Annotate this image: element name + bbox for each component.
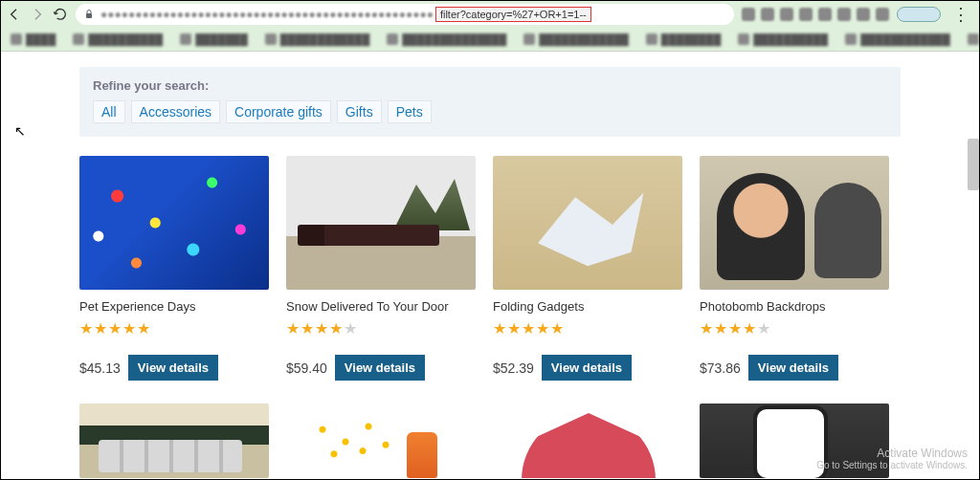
scrollbar-thumb[interactable] (968, 139, 979, 190)
star-filled-icon: ★ (108, 319, 122, 338)
svg-rect-0 (86, 13, 92, 18)
star-filled-icon: ★ (329, 319, 343, 338)
profile-pill[interactable] (897, 7, 941, 22)
star-filled-icon: ★ (301, 319, 314, 338)
forward-button[interactable] (30, 7, 45, 22)
star-filled-icon: ★ (728, 319, 742, 338)
view-details-button[interactable]: View details (335, 355, 425, 381)
product-price: $52.39 (493, 360, 534, 376)
url-obscured: ●●●●●●●●●●●●●●●●●●●●●●●●●●●●●●●●●●●●●●●●… (100, 8, 434, 21)
reload-button[interactable] (53, 7, 68, 22)
product-title: Photobomb Backdrops (700, 299, 889, 314)
product-price: $45.13 (79, 360, 121, 376)
product-image[interactable] (286, 404, 476, 478)
refine-links: AllAccessoriesCorporate giftsGiftsPets (93, 100, 887, 123)
bookmarks-bar[interactable]: ████ ██████████ ███████ ████████████ ███… (1, 28, 979, 51)
product-rating: ★★★★★ (79, 319, 269, 338)
product-image[interactable] (493, 404, 682, 478)
product-grid: Pet Experience Days★★★★★$45.13View detai… (79, 156, 979, 478)
url-query-highlight: filter?category=%27+OR+1=1-- (435, 7, 591, 22)
menu-button[interactable]: ⋮ (948, 4, 973, 25)
product-card (79, 404, 269, 478)
star-filled-icon: ★ (137, 319, 150, 338)
product-title: Snow Delivered To Your Door (286, 299, 476, 314)
product-card (493, 404, 682, 478)
price-row: $73.86View details (700, 355, 889, 381)
product-image[interactable] (700, 156, 889, 290)
extension-icons[interactable] (742, 8, 889, 21)
product-price: $73.86 (700, 360, 741, 376)
star-filled-icon: ★ (315, 319, 328, 338)
refine-link-corporate-gifts[interactable]: Corporate gifts (226, 100, 331, 123)
refine-title: Refine your search: (93, 78, 887, 93)
product-card: Pet Experience Days★★★★★$45.13View detai… (79, 156, 269, 381)
star-filled-icon: ★ (122, 319, 136, 338)
star-filled-icon: ★ (493, 319, 506, 338)
view-details-button[interactable]: View details (542, 355, 632, 381)
view-details-button[interactable]: View details (748, 355, 838, 381)
product-card: Photobomb Backdrops★★★★★$73.86View detai… (700, 156, 889, 381)
product-image[interactable] (700, 404, 889, 478)
product-rating: ★★★★★ (700, 319, 889, 338)
refine-link-accessories[interactable]: Accessories (131, 100, 220, 123)
star-filled-icon: ★ (94, 319, 107, 338)
refine-link-pets[interactable]: Pets (388, 100, 432, 123)
product-card: Folding Gadgets★★★★★$52.39View details (493, 156, 682, 381)
product-rating: ★★★★★ (286, 319, 476, 338)
page-content: Refine your search: AllAccessoriesCorpor… (1, 67, 979, 478)
star-filled-icon: ★ (550, 319, 564, 338)
star-filled-icon: ★ (714, 319, 727, 338)
star-filled-icon: ★ (79, 319, 93, 338)
browser-chrome: ●●●●●●●●●●●●●●●●●●●●●●●●●●●●●●●●●●●●●●●●… (1, 1, 979, 52)
back-button[interactable] (7, 7, 22, 22)
star-filled-icon: ★ (507, 319, 521, 338)
refine-search-panel: Refine your search: AllAccessoriesCorpor… (79, 67, 901, 137)
price-row: $52.39View details (493, 355, 682, 381)
product-card: Snow Delivered To Your Door★★★★★$59.40Vi… (286, 156, 476, 381)
product-image[interactable] (79, 156, 269, 290)
star-empty-icon: ★ (757, 319, 770, 338)
toolbar: ●●●●●●●●●●●●●●●●●●●●●●●●●●●●●●●●●●●●●●●●… (1, 1, 979, 28)
refine-link-gifts[interactable]: Gifts (337, 100, 382, 123)
address-bar[interactable]: ●●●●●●●●●●●●●●●●●●●●●●●●●●●●●●●●●●●●●●●●… (76, 4, 734, 25)
product-image[interactable] (493, 156, 682, 290)
view-details-button[interactable]: View details (128, 355, 218, 381)
refine-link-all[interactable]: All (93, 100, 125, 123)
lock-icon (83, 9, 95, 20)
product-image[interactable] (79, 404, 269, 478)
product-card (700, 404, 889, 478)
star-empty-icon: ★ (344, 319, 357, 338)
product-card (286, 404, 476, 478)
product-price: $59.40 (286, 360, 327, 376)
price-row: $45.13View details (79, 355, 269, 381)
product-title: Folding Gadgets (493, 299, 682, 314)
price-row: $59.40View details (286, 355, 476, 381)
star-filled-icon: ★ (743, 319, 756, 338)
star-filled-icon: ★ (522, 319, 535, 338)
star-filled-icon: ★ (700, 319, 713, 338)
star-filled-icon: ★ (286, 319, 300, 338)
product-title: Pet Experience Days (79, 299, 269, 314)
product-image[interactable] (286, 156, 476, 290)
star-filled-icon: ★ (536, 319, 549, 338)
product-rating: ★★★★★ (493, 319, 682, 338)
